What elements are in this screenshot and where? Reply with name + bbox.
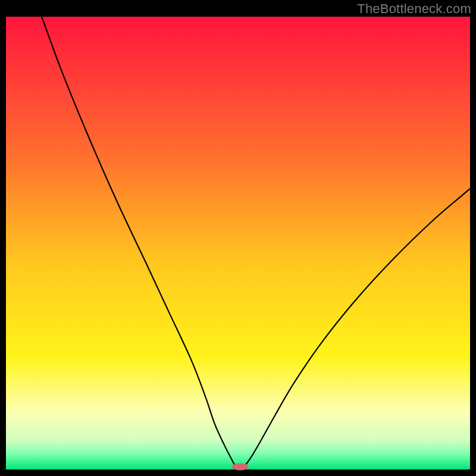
optimal-marker [232, 463, 249, 470]
chart-stage: TheBottleneck.com [0, 0, 476, 476]
plot-background [6, 17, 470, 469]
watermark-text: TheBottleneck.com [357, 1, 471, 17]
bottleneck-chart [0, 0, 476, 476]
